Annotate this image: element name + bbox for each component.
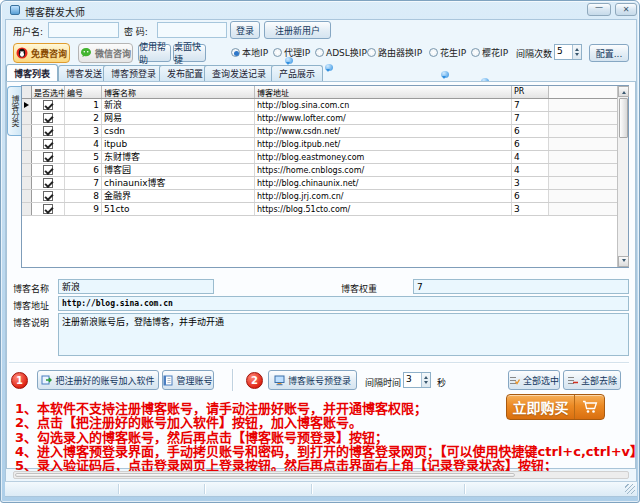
interval-time-stepper[interactable]: 3 [403,372,431,388]
qq-consult-button[interactable]: 免费咨询 [13,43,70,63]
row-checkbox[interactable] [43,178,53,188]
status-divider [311,484,312,494]
select-all-button[interactable]: 全部选中 [508,370,560,390]
row-checkbox[interactable] [43,126,53,136]
row-checkbox[interactable] [43,204,53,214]
row-selector[interactable] [22,138,32,150]
instructions-hscrollbar[interactable] [13,471,629,479]
table-vscrollbar[interactable] [617,86,628,267]
minimize-icon: — [595,4,603,12]
remove-all-icon [567,375,578,386]
table-row[interactable]: 3 csdn http://www.csdn.net/ 6 [22,125,617,138]
radio-router-ip[interactable]: 路由器换IP [367,46,422,59]
status-divider [464,484,465,494]
stepper-arrows[interactable] [421,373,430,387]
table-row[interactable]: 4 itpub http://blog.itpub.net/ 6 [22,138,617,151]
radio-icon [273,48,282,57]
buy-now-button[interactable]: 立即购买 [506,394,605,420]
wechat-consult-button[interactable]: 微信咨询 [78,43,133,63]
row-selector[interactable] [22,203,32,215]
blog-url-input[interactable] [58,296,629,311]
col-selected[interactable]: 是否选中 [32,86,65,98]
radio-icon [231,48,240,57]
config-button[interactable]: 配置... [589,44,629,62]
tab-send-records[interactable]: 查询发送记录 [204,65,274,81]
tab-blog-list[interactable]: 博客列表 [6,64,58,81]
divider [232,369,233,391]
seconds-label: 秒 [437,376,446,389]
row-checkbox[interactable] [43,191,53,201]
row-checkbox[interactable] [43,152,53,162]
radio-adsl-ip[interactable]: ADSL换IP [315,46,367,59]
table-row[interactable]: 2 网易 http://www.lofter.com/ 7 [22,112,617,125]
divider [9,362,629,363]
blog-name-input[interactable] [58,279,214,294]
interval-count-stepper[interactable]: 5 [554,44,582,60]
blog-table: 是否选中 编号 博客名称 博客地址 PR 1 新浪 http://blog.si… [21,85,629,268]
table-row[interactable]: 8 金融界 http://blog.jrj.com.cn/ 6 [22,190,617,203]
prelogin-button[interactable]: 博客账号预登录 [268,370,357,390]
col-pr[interactable]: PR [512,86,549,98]
row-selector[interactable] [22,151,32,163]
tab-product-display[interactable]: 产品展示 [271,65,323,81]
radio-local-ip[interactable]: 本地IP [231,46,268,59]
radio-icon [471,48,480,57]
scrollbar-thumb[interactable] [15,473,515,477]
help-balloon-icon[interactable] [441,71,449,78]
app-window: 博客群发大师 — ✕ 用户名: 密 码: 登录 注册新用户 免费咨询 微信咨询 … [0,0,640,503]
table-row[interactable]: 9 51cto https://blog.51cto.com/ 3 [22,203,617,216]
scroll-up-icon[interactable] [618,86,629,97]
table-row[interactable]: 5 东财博客 http://blog.eastmoney.com 4 [22,151,617,164]
remove-all-button[interactable]: 全部去除 [563,370,621,390]
radio-yinghua-ip[interactable]: 樱花IP [471,46,508,59]
help-button[interactable]: 使用帮助 [138,44,171,62]
blog-desc-label: 博客说明 [13,316,49,329]
app-icon [10,5,20,15]
scroll-down-icon[interactable] [618,256,629,267]
col-number[interactable]: 编号 [65,86,102,98]
interval-count-label: 间隔次数 [516,47,552,60]
row-selector[interactable] [22,177,32,189]
resize-grip[interactable] [625,484,635,494]
sidebar-tab-blog-category[interactable]: 博客分类 [7,86,21,136]
blog-weight-input[interactable] [413,279,629,294]
row-selector[interactable] [22,99,32,111]
radio-icon [429,48,438,57]
wechat-icon [80,47,92,59]
col-blog-url[interactable]: 博客地址 [255,86,512,98]
login-button[interactable]: 登录 [230,21,260,39]
table-row[interactable]: 1 新浪 http://blog.sina.com.cn 7 [22,99,617,112]
desktop-shortcut-button[interactable]: 桌面快捷 [173,44,206,62]
scrollbar-thumb[interactable] [619,98,628,138]
row-checkbox[interactable] [43,100,53,110]
row-selector[interactable] [22,164,32,176]
help-balloon-icon[interactable] [285,57,293,64]
stepper-arrows[interactable] [572,45,581,59]
row-selector[interactable] [22,112,32,124]
table-header-row: 是否选中 编号 博客名称 博客地址 PR [22,86,617,99]
row-selector[interactable] [22,190,32,202]
manage-accounts-button[interactable]: 管理账号 [162,370,214,390]
window-title: 博客群发大师 [25,4,85,19]
password-input[interactable] [157,22,227,38]
prelogin-icon [274,375,285,386]
row-checkbox[interactable] [43,139,53,149]
minimize-button[interactable]: — [587,3,611,16]
register-button[interactable]: 注册新用户 [264,21,331,39]
table-row[interactable]: 7 chinaunix博客 http://blog.chinaunix.net/… [22,177,617,190]
blog-desc-textarea[interactable]: 注册新浪账号后，登陆博客，并手动开通 [58,313,629,356]
row-checkbox[interactable] [43,165,53,175]
tab-blog-prelogin[interactable]: 博客预登录 [103,65,164,81]
close-button[interactable]: ✕ [615,3,637,16]
row-checkbox[interactable] [43,113,53,123]
help-balloon-icon[interactable] [325,64,333,71]
cart-icon [574,395,604,419]
radio-huasheng-ip[interactable]: 花生IP [429,46,466,59]
add-accounts-button[interactable]: 把注册好的账号加入软件 [37,370,159,390]
row-selector[interactable] [22,125,32,137]
username-input[interactable] [48,22,119,38]
col-blog-name[interactable]: 博客名称 [102,86,255,98]
radio-icon [315,48,324,57]
table-row[interactable]: 6 博客园 https://home.cnblogs.com/ 4 [22,164,617,177]
current-row-arrow-icon [24,102,32,108]
